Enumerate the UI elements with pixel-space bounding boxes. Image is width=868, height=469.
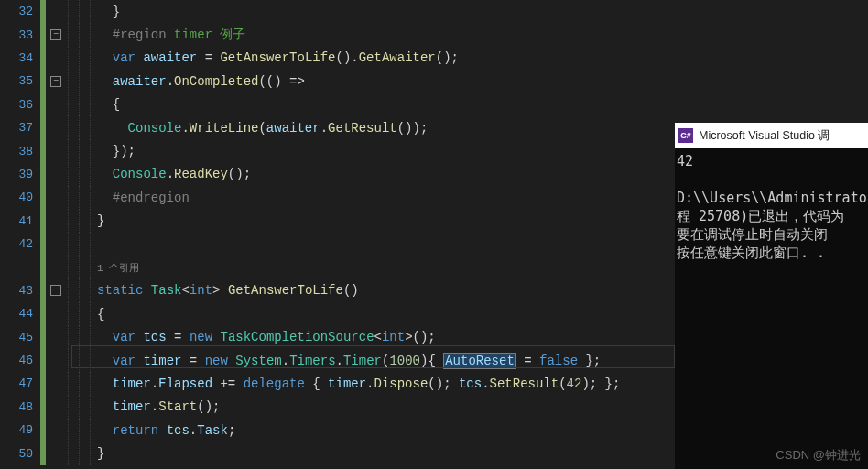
code-line[interactable]: 1 个引用 bbox=[0, 256, 675, 278]
fold-gutter[interactable]: − bbox=[48, 76, 64, 87]
code-line[interactable]: 43−static Task<int> GetAnswerToLife() bbox=[0, 279, 675, 302]
modification-indicator bbox=[40, 70, 46, 93]
code-content[interactable]: var awaiter = GetAnswerToLife().GetAwait… bbox=[97, 50, 675, 65]
code-line[interactable]: 44{ bbox=[0, 302, 675, 325]
vs-icon: C# bbox=[678, 128, 693, 143]
indent-guides bbox=[64, 256, 97, 278]
modification-indicator bbox=[40, 0, 46, 23]
code-content[interactable]: }); bbox=[97, 144, 675, 158]
line-number: 46 bbox=[0, 354, 40, 367]
code-content[interactable]: #endregion bbox=[97, 191, 675, 205]
modification-indicator bbox=[40, 442, 46, 464]
code-line[interactable]: 35− awaiter.OnCompleted(() => bbox=[0, 70, 675, 93]
code-editor[interactable]: 32 }33− #region timer 例子34 var awaiter =… bbox=[0, 0, 675, 469]
modification-indicator bbox=[40, 325, 46, 348]
code-line[interactable]: 34 var awaiter = GetAnswerToLife().GetAw… bbox=[0, 47, 675, 70]
indent-guides bbox=[64, 210, 97, 233]
indent-guides bbox=[64, 349, 97, 372]
indent-guides bbox=[64, 116, 97, 139]
code-line[interactable]: 42 bbox=[0, 233, 675, 256]
code-line[interactable]: 49 return tcs.Task; bbox=[0, 419, 675, 442]
console-title-bar[interactable]: C# Microsoft Visual Studio 调 bbox=[675, 123, 868, 148]
code-content[interactable]: timer.Start(); bbox=[97, 399, 675, 414]
code-line[interactable]: 48 timer.Start(); bbox=[0, 396, 675, 419]
indent-guides bbox=[64, 47, 97, 70]
line-number: 47 bbox=[0, 376, 40, 390]
line-number: 32 bbox=[0, 5, 40, 18]
code-content[interactable]: } bbox=[97, 5, 675, 19]
code-line[interactable]: 47 timer.Elapsed += delegate { timer.Dis… bbox=[0, 372, 675, 395]
code-content[interactable]: timer.Elapsed += delegate { timer.Dispos… bbox=[97, 376, 675, 391]
line-number: 36 bbox=[0, 98, 40, 112]
line-number: 43 bbox=[0, 284, 40, 298]
modification-indicator bbox=[40, 279, 46, 302]
indent-guides bbox=[64, 70, 97, 93]
indent-guides bbox=[64, 93, 97, 116]
modification-indicator bbox=[40, 372, 46, 395]
indent-guides bbox=[64, 396, 97, 419]
modification-indicator bbox=[40, 210, 46, 233]
code-content[interactable]: #region timer 例子 bbox=[97, 27, 675, 43]
indent-guides bbox=[64, 186, 97, 209]
indent-guides bbox=[64, 163, 97, 186]
line-number: 49 bbox=[0, 423, 40, 437]
line-number: 48 bbox=[0, 400, 40, 414]
code-line[interactable]: 39 Console.ReadKey(); bbox=[0, 163, 675, 186]
code-line[interactable]: 38 }); bbox=[0, 139, 675, 162]
indent-guides bbox=[64, 419, 97, 442]
code-content[interactable]: } bbox=[97, 446, 675, 461]
code-content[interactable]: Console.WriteLine(awaiter.GetResult()); bbox=[97, 121, 675, 136]
line-number: 34 bbox=[0, 51, 40, 65]
fold-toggle-icon[interactable]: − bbox=[50, 29, 61, 40]
line-number: 41 bbox=[0, 214, 40, 228]
fold-toggle-icon[interactable]: − bbox=[50, 285, 61, 296]
line-number: 40 bbox=[0, 191, 40, 204]
code-line[interactable]: 40 #endregion bbox=[0, 186, 675, 209]
code-line[interactable]: 50} bbox=[0, 442, 675, 464]
console-output: 42 D:\\Users\\Administrator 程 25708)已退出，… bbox=[675, 148, 868, 266]
line-number: 35 bbox=[0, 74, 40, 88]
code-line[interactable]: 33− #region timer 例子 bbox=[0, 23, 675, 46]
indent-guides bbox=[64, 23, 97, 46]
code-line[interactable]: 36 { bbox=[0, 93, 675, 116]
modification-indicator bbox=[40, 163, 46, 186]
indent-guides bbox=[64, 325, 97, 348]
indent-guides bbox=[64, 372, 97, 395]
line-number: 39 bbox=[0, 168, 40, 181]
code-content[interactable]: static Task<int> GetAnswerToLife() bbox=[97, 283, 675, 298]
line-number: 37 bbox=[0, 121, 40, 135]
indent-guides bbox=[64, 233, 97, 256]
modification-indicator bbox=[40, 302, 46, 325]
indent-guides bbox=[64, 139, 97, 162]
code-content[interactable]: 1 个引用 bbox=[97, 260, 675, 275]
fold-toggle-icon[interactable]: − bbox=[50, 76, 61, 87]
code-content[interactable]: { bbox=[97, 97, 675, 112]
modification-indicator bbox=[40, 349, 46, 372]
code-line[interactable]: 45 var tcs = new TaskCompletionSource<in… bbox=[0, 325, 675, 348]
indent-guides bbox=[64, 442, 97, 464]
code-content[interactable]: return tcs.Task; bbox=[97, 423, 675, 438]
console-title-text: Microsoft Visual Studio 调 bbox=[699, 128, 830, 144]
code-content[interactable]: } bbox=[97, 213, 675, 228]
fold-gutter[interactable]: − bbox=[48, 29, 64, 40]
modification-indicator bbox=[40, 47, 46, 70]
code-line[interactable]: 32 } bbox=[0, 0, 675, 23]
modification-indicator bbox=[40, 419, 46, 442]
line-number: 42 bbox=[0, 237, 40, 251]
line-number: 44 bbox=[0, 307, 40, 321]
code-content[interactable]: var timer = new System.Timers.Timer(1000… bbox=[97, 354, 675, 368]
line-number: 50 bbox=[0, 447, 40, 461]
code-content[interactable]: Console.ReadKey(); bbox=[97, 167, 675, 181]
code-line[interactable]: 37 Console.WriteLine(awaiter.GetResult()… bbox=[0, 116, 675, 139]
modification-indicator bbox=[40, 23, 46, 46]
modification-indicator bbox=[40, 396, 46, 419]
codelens-references[interactable]: 1 个引用 bbox=[97, 263, 139, 274]
debug-console-window[interactable]: 42 D:\\Users\\Administrator 程 25708)已退出，… bbox=[675, 123, 868, 469]
fold-gutter[interactable]: − bbox=[48, 285, 64, 296]
modification-indicator bbox=[40, 139, 46, 162]
code-content[interactable]: { bbox=[97, 307, 675, 322]
code-line[interactable]: 41} bbox=[0, 210, 675, 233]
code-line[interactable]: 46 var timer = new System.Timers.Timer(1… bbox=[0, 349, 675, 372]
code-content[interactable]: awaiter.OnCompleted(() => bbox=[97, 74, 675, 89]
code-content[interactable]: var tcs = new TaskCompletionSource<int>(… bbox=[97, 330, 675, 344]
